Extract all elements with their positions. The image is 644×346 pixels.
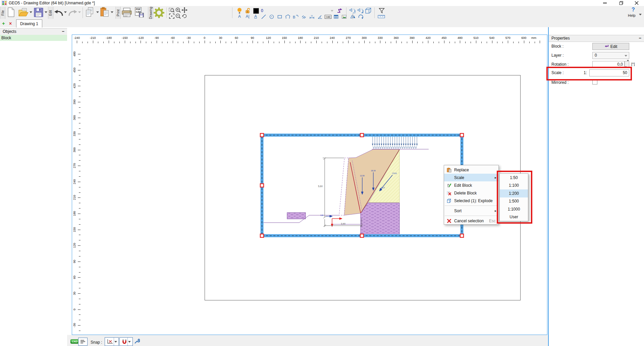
scale-input[interactable]: 50 <box>589 69 629 76</box>
layer-label: Layer : <box>551 53 564 58</box>
objects-collapse-button[interactable]: − <box>62 29 64 34</box>
rotation-spinner[interactable] <box>625 61 629 68</box>
pen-color-swatch[interactable] <box>253 8 259 14</box>
visibility-bulb-button[interactable] <box>237 7 242 14</box>
chevron-down-icon <box>331 10 333 12</box>
menu-item-sort[interactable]: Sort▸ <box>444 207 498 215</box>
menu-item-cancel-selection[interactable]: Cancel selectionEsc <box>444 217 498 225</box>
snap-mode-button[interactable] <box>105 337 119 346</box>
move-to-layer-button[interactable] <box>336 8 343 14</box>
pen-width-value: 0 <box>261 8 263 13</box>
menu-item-scale[interactable]: Scale▸ <box>444 174 498 181</box>
window-title: GEO5 - Drawing Editor (64 bit) [Unnamed.… <box>9 1 95 5</box>
status-bar: CAD Snap : <box>67 335 548 346</box>
apply-format-button[interactable] <box>357 8 364 14</box>
mirrored-checkbox[interactable] <box>592 79 597 84</box>
h-ruler-label: 210 <box>311 36 322 40</box>
paste-dropdown[interactable] <box>111 11 113 13</box>
rotation-unit: [°] <box>631 62 635 66</box>
polygon-tool[interactable] <box>284 14 291 19</box>
soil-layer-purple <box>361 203 399 235</box>
help-label[interactable]: Help <box>628 13 636 17</box>
lock-button[interactable] <box>245 8 251 14</box>
svg-text:181,96: 181,96 <box>371 170 376 172</box>
block-edit-button[interactable]: Edit <box>592 43 629 50</box>
h-ruler-label: -150 <box>119 36 130 40</box>
snap-settings-button[interactable] <box>134 338 140 345</box>
cad-block-tool[interactable]: CAD <box>325 14 331 19</box>
svg-text:178,00: 178,00 <box>392 173 397 174</box>
mirrored-label: Mirrored : <box>551 80 569 85</box>
filter-button[interactable] <box>378 7 385 14</box>
copy-format-button[interactable] <box>349 8 356 14</box>
explode-button[interactable] <box>365 7 372 14</box>
h-ruler-label: 0 <box>199 36 210 40</box>
text-tool[interactable]: A <box>236 14 243 19</box>
block-edit-label: Edit <box>610 44 618 49</box>
close-tab-button[interactable]: × <box>9 21 12 26</box>
scale-option-1-1000[interactable]: 1:1000 <box>500 205 528 213</box>
menu-shortcut: Esc <box>489 219 496 223</box>
menu-item-label: Scale <box>454 175 464 180</box>
layers-list-button[interactable] <box>78 338 88 346</box>
restore-button[interactable] <box>614 0 629 6</box>
help-dropdown[interactable] <box>639 14 642 15</box>
copy-dropdown[interactable] <box>96 11 99 13</box>
h-ruler-label: 420 <box>423 36 433 40</box>
menu-item-edit-block[interactable]: Edit Block <box>444 181 498 189</box>
image-tool[interactable] <box>341 14 347 19</box>
menu-item-delete-block[interactable]: Delete Block <box>444 189 498 197</box>
scale-option-1-50[interactable]: 1:50 <box>500 174 528 182</box>
scale-option-1-500[interactable]: 1:500 <box>500 197 528 206</box>
scale-option-1-100[interactable]: 1:100 <box>500 182 528 190</box>
snap-label: Snap : <box>91 340 102 345</box>
object-item-block[interactable]: Block <box>0 35 67 41</box>
menu-item-selected-explode[interactable]: Selected (1): Explode <box>444 197 498 205</box>
v-ruler-label: 270 <box>72 161 76 171</box>
scale-option-1-200[interactable]: 1:200 <box>500 189 528 197</box>
minimize-button[interactable] <box>597 0 612 6</box>
zoom-window-button[interactable] <box>169 7 175 13</box>
save-dropdown[interactable] <box>45 11 47 13</box>
menu-item-label: Replace <box>454 168 469 172</box>
line-tool[interactable] <box>260 14 267 19</box>
v-ruler-label: 360 <box>72 113 76 123</box>
undo-dropdown[interactable] <box>64 11 67 13</box>
layer-select[interactable]: 0 <box>592 52 629 59</box>
style-dropdown[interactable] <box>331 10 333 12</box>
tab-drawing-1[interactable]: Drawing 1 <box>16 19 42 27</box>
properties-collapse-button[interactable]: − <box>639 36 641 41</box>
text-cursor-tool[interactable]: A| <box>244 14 251 19</box>
text-underline-tool[interactable]: A <box>252 14 259 19</box>
help-icon[interactable]: ? <box>632 7 635 13</box>
redo-dropdown[interactable] <box>78 11 81 13</box>
close-button[interactable] <box>629 0 644 6</box>
chevron-down-icon <box>114 341 117 343</box>
snap-magnet-button[interactable] <box>119 337 133 346</box>
svg-text:112,80: 112,80 <box>360 175 365 177</box>
properties-panel-header: Properties − <box>549 35 644 42</box>
dimension-tool[interactable]: 11 <box>309 14 315 19</box>
zoom-in-button[interactable] <box>175 7 181 13</box>
h-ruler-label: -210 <box>88 36 98 40</box>
polyline-tool[interactable] <box>301 14 307 19</box>
rotation-input[interactable]: 0,0 <box>592 61 625 68</box>
tab-label: Drawing 1 <box>20 21 38 26</box>
bezier-tool[interactable]: B <box>292 14 299 19</box>
snap-mode-dropdown[interactable] <box>114 338 117 346</box>
circle-tool[interactable] <box>268 14 275 19</box>
table-tool[interactable] <box>333 14 339 19</box>
rectangle-tool[interactable] <box>276 14 283 19</box>
bulb-icon <box>237 7 242 14</box>
pan-button[interactable] <box>181 7 187 13</box>
scale-prefix: 1: <box>584 70 587 75</box>
svg-text:0,82: 0,82 <box>320 215 323 216</box>
angle-dimension-tool[interactable] <box>317 14 323 19</box>
scale-option-user[interactable]: User <box>500 213 528 221</box>
draw-tools-row: AA|AB11CAD <box>0 14 644 19</box>
dimension-vertical-label: 5,60 <box>318 185 323 187</box>
add-tab-button[interactable]: + <box>2 20 5 26</box>
menu-item-replace[interactable]: Replace <box>444 166 498 174</box>
snap-magnet-dropdown[interactable] <box>127 338 131 346</box>
open-file-dropdown[interactable] <box>30 11 32 13</box>
